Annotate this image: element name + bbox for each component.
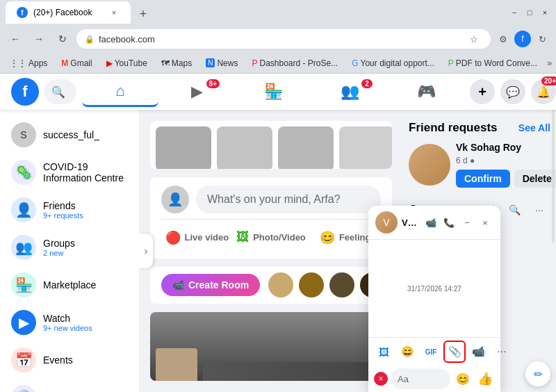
refresh-button[interactable]: ↻ <box>53 29 72 49</box>
bookmark-news[interactable]: N News <box>202 57 242 70</box>
room-avatar-3 <box>328 271 356 299</box>
window-controls: − □ × <box>509 7 550 18</box>
bookmark-proses-label: Dashboard - ProSe... <box>259 58 338 68</box>
messenger-sticker-tool[interactable]: 😄 <box>396 341 418 363</box>
nav-video-button[interactable]: ▶ 8+ <box>158 76 235 107</box>
post-content-preview <box>203 362 386 381</box>
notifications-button[interactable]: 🔔 20+ <box>531 79 556 104</box>
nav-marketplace-button[interactable]: 🏪 <box>235 76 311 107</box>
messenger-attach-tool[interactable]: 📎 <box>443 341 466 363</box>
create-button[interactable]: + <box>470 79 495 104</box>
tab-close-button[interactable]: × <box>108 7 120 18</box>
bookmark-youtube-label: YouTube <box>115 58 147 68</box>
messenger-minimize-button[interactable]: − <box>459 214 475 231</box>
bookmark-apps-label: Apps <box>28 58 47 68</box>
sidebar-item-friends[interactable]: 👤 Friends 9+ requests <box>3 192 136 228</box>
bookmark-pdf-label: PDF to Word Conve... <box>456 58 537 68</box>
messenger-image-tool[interactable]: 🖼 <box>373 341 395 363</box>
create-room-button[interactable]: 📹 Create Room <box>161 274 260 296</box>
nav-home-button[interactable]: ⌂ <box>82 76 158 107</box>
sidebar-item-events[interactable]: 📅 Events <box>3 342 136 378</box>
groups-text: Groups 2 new <box>43 238 75 257</box>
sidebar-item-groups[interactable]: 👥 Groups 2 new <box>3 229 136 266</box>
contact-more-icon[interactable]: ··· <box>528 199 550 221</box>
story-item-4[interactable] <box>339 126 392 169</box>
address-bar: ← → ↻ 🔒 facebook.com ☆ ⚙ f ↻ <box>0 25 556 53</box>
messenger-emoji-button[interactable]: 😊 <box>453 369 473 389</box>
messenger-video-tool[interactable]: 📹 <box>467 341 489 363</box>
messenger-voice-call-button[interactable]: 📞 <box>441 214 457 231</box>
post-box: 👤 What's on your mind, Arfa? 🔴 Live vide… <box>150 177 392 259</box>
post-input[interactable]: What's on your mind, Arfa? <box>196 186 381 213</box>
messenger-gif-tool[interactable]: GIF <box>420 341 442 363</box>
messenger-compose-button[interactable]: ✏ <box>525 361 550 386</box>
remove-icon[interactable]: × <box>374 372 388 386</box>
room-label: Create Room <box>188 279 249 291</box>
window-close-button[interactable]: × <box>539 7 550 18</box>
post-image <box>150 312 392 381</box>
search-bar[interactable]: 🔍 <box>44 79 76 104</box>
proses-icon: P <box>252 58 257 68</box>
friend-info: Vk Sohag Roy 6 d ● Confirm Delete <box>456 142 556 188</box>
sync-icon[interactable]: ↻ <box>534 31 550 47</box>
story-item-1[interactable] <box>156 126 211 169</box>
nav-groups-button[interactable]: 👥 2 <box>311 76 388 107</box>
post-top: 👤 What's on your mind, Arfa? <box>161 186 381 213</box>
back-button[interactable]: ← <box>6 29 25 49</box>
minimize-button[interactable]: − <box>509 7 520 18</box>
friend-requests-title: Friend requests <box>409 121 498 135</box>
bookmark-pdf[interactable]: P PDF to Word Conve... <box>444 57 541 70</box>
see-all-link[interactable]: See All <box>518 122 550 133</box>
friend-action-buttons: Confirm Delete <box>456 170 556 188</box>
profile-icon[interactable]: f <box>514 31 531 47</box>
nav-gaming-button[interactable]: 🎮 <box>388 76 464 107</box>
delete-button[interactable]: Delete <box>514 170 556 188</box>
friends-text: Friends 9+ requests <box>43 200 83 220</box>
messenger-chat-body: 31/17/2026 14:27 <box>368 240 500 337</box>
messenger-button[interactable]: 💬 <box>500 79 525 104</box>
maximize-button[interactable]: □ <box>524 7 535 18</box>
active-tab[interactable]: f (20+) Facebook × <box>6 1 131 24</box>
live-video-button[interactable]: 🔴 Live video <box>161 225 233 250</box>
sidebar-item-memories[interactable]: 🕐 Memories <box>3 379 136 392</box>
live-label: Live video <box>185 232 229 243</box>
messenger-like-button[interactable]: 👍 <box>475 369 495 389</box>
story-item-3[interactable] <box>278 126 334 169</box>
bookmark-youtube[interactable]: ▶ YouTube <box>102 57 152 70</box>
memories-icon: 🕐 <box>11 385 36 392</box>
bookmarks-more[interactable]: » <box>547 58 552 68</box>
confirm-button[interactable]: Confirm <box>456 170 510 188</box>
messenger-more-tool[interactable]: ··· <box>491 341 513 363</box>
messenger-header: V Vk Sohag Roy 📹 📞 − × <box>368 206 500 240</box>
bookmark-gmail[interactable]: M Gmail <box>57 57 96 70</box>
feeling-icon: 😊 <box>320 230 335 245</box>
messenger-close-button[interactable]: × <box>477 214 493 231</box>
news-icon: N <box>206 58 215 67</box>
bookmark-proses[interactable]: P Dashboard - ProSe... <box>247 57 342 70</box>
forward-button[interactable]: → <box>29 29 49 49</box>
room-avatars <box>267 271 381 299</box>
home-icon: ⌂ <box>115 82 124 100</box>
pdf-icon: P <box>448 58 454 68</box>
collapse-feed-button[interactable]: › <box>139 234 153 268</box>
sidebar-item-marketplace[interactable]: 🏪 Marketplace <box>3 267 136 303</box>
facebook-logo[interactable]: f <box>11 78 39 106</box>
sidebar-profile[interactable]: S success_ful_ <box>3 117 136 153</box>
messenger-input-area: × Aa 😊 👍 <box>368 366 500 392</box>
sidebar-item-covid[interactable]: 🦠 COVID-19 Information Centre <box>3 154 136 190</box>
star-icon[interactable]: ☆ <box>466 31 482 47</box>
new-tab-button[interactable]: + <box>133 4 153 24</box>
groups-label: Groups <box>43 238 75 249</box>
photo-video-button[interactable]: 🖼 Photo/Video <box>236 225 307 250</box>
messenger-text-input[interactable]: Aa <box>391 368 450 389</box>
url-bar[interactable]: 🔒 facebook.com ☆ <box>76 29 491 49</box>
sidebar-item-watch[interactable]: ▶ Watch 9+ new videos <box>3 304 136 341</box>
room-icon: 📹 <box>172 279 184 291</box>
extensions-icon[interactable]: ⚙ <box>495 31 512 47</box>
bookmark-maps[interactable]: 🗺 Maps <box>157 57 196 70</box>
feeling-label: Feeling <box>339 232 371 243</box>
bookmark-apps[interactable]: ⋮⋮ Apps <box>6 57 51 70</box>
story-item-2[interactable] <box>217 126 272 169</box>
messenger-video-call-button[interactable]: 📹 <box>423 214 439 231</box>
bookmark-digital[interactable]: G Your digital opport... <box>348 57 439 70</box>
